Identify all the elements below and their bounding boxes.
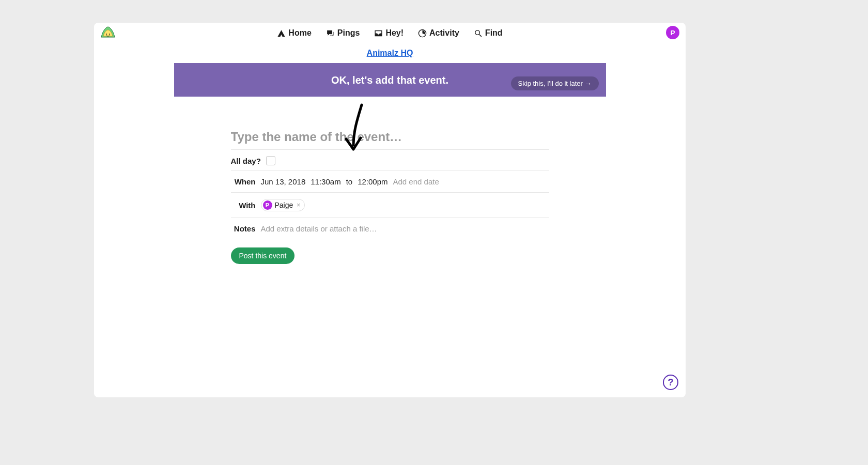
nav-pings-label: Pings [337,28,360,38]
project-link[interactable]: Animalz HQ [367,49,413,57]
svg-point-0 [106,34,107,35]
basecamp-logo-icon[interactable] [100,26,116,42]
when-to: to [346,177,353,186]
when-row: When Jun 13, 2018 11:30am to 12:00pm Add… [231,171,549,193]
remove-person-icon[interactable]: × [297,202,300,209]
activity-icon [418,29,427,38]
nav-activity-label: Activity [429,28,459,38]
when-start-time[interactable]: 11:30am [311,177,340,186]
allday-label: All day? [231,157,261,165]
with-label: With [231,201,256,210]
nav-hey-label: Hey! [385,28,404,38]
nav-find[interactable]: Find [474,28,503,38]
event-panel: OK, let's add that event. Skip this, I'l… [174,63,606,274]
when-label: When [231,177,256,186]
svg-point-3 [475,30,480,35]
event-name-input[interactable] [231,128,549,150]
svg-point-1 [109,34,110,35]
post-event-button[interactable]: Post this event [231,247,295,264]
help-button[interactable]: ? [663,375,678,390]
banner: OK, let's add that event. Skip this, I'l… [174,63,606,97]
when-end-time[interactable]: 12:00pm [358,177,388,186]
allday-row: All day? [231,150,549,171]
inbox-icon [374,29,383,38]
nav-hey[interactable]: Hey! [374,28,404,38]
app-card: Home Pings Hey! Activity Find P Animalz … [94,23,686,397]
tent-icon [277,29,286,38]
skip-button[interactable]: Skip this, I'll do it later → [511,76,599,90]
notes-row: Notes Add extra details or attach a file… [231,218,549,239]
project-header: Animalz HQ [194,43,586,63]
notes-label: Notes [231,224,256,233]
allday-checkbox[interactable] [266,156,275,165]
top-nav: Home Pings Hey! Activity Find P [94,23,686,43]
nav-activity[interactable]: Activity [418,28,459,38]
add-end-date[interactable]: Add end date [393,177,439,186]
with-row: With P Paige × [231,193,549,218]
nav-pings[interactable]: Pings [326,28,360,38]
user-avatar[interactable]: P [666,26,679,39]
nav-home-label: Home [288,28,311,38]
nav-home[interactable]: Home [277,28,311,38]
with-person-name: Paige [275,201,293,209]
svg-line-4 [479,34,481,36]
search-icon [474,29,483,38]
with-person-avatar: P [263,200,272,210]
event-form: All day? When Jun 13, 2018 11:30am to 12… [174,97,606,274]
with-person-chip[interactable]: P Paige × [261,199,305,211]
notes-input[interactable]: Add extra details or attach a file… [261,224,377,233]
when-date[interactable]: Jun 13, 2018 [261,177,306,186]
pings-icon [326,29,335,38]
nav-find-label: Find [485,28,503,38]
